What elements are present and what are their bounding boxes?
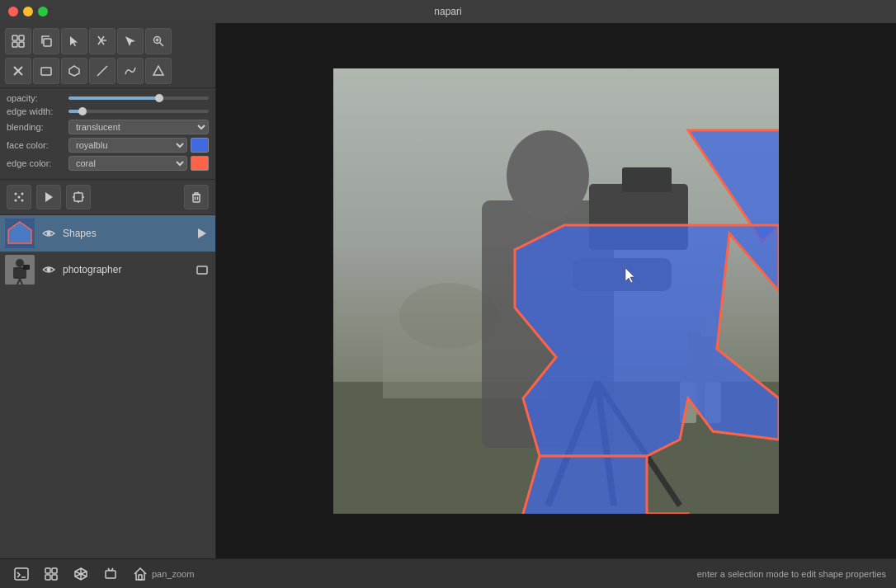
svg-marker-29 xyxy=(8,222,31,243)
title-bar: napari xyxy=(0,0,896,23)
svg-rect-1 xyxy=(19,35,24,40)
arrow-tool-button[interactable] xyxy=(117,28,144,54)
path-tool-button[interactable] xyxy=(117,58,144,84)
points-tool-button[interactable] xyxy=(7,185,31,209)
shapes-thumbnail xyxy=(5,219,35,248)
status-left: pan_zoom xyxy=(152,569,194,579)
bottom-tools xyxy=(10,562,152,586)
window-controls xyxy=(8,7,48,16)
delete-layer-button[interactable] xyxy=(184,185,209,209)
svg-rect-64 xyxy=(52,568,57,573)
face-color-swatch[interactable] xyxy=(191,138,209,153)
opacity-slider[interactable] xyxy=(68,96,209,100)
edge-color-row: edge color: coral red white black xyxy=(7,156,209,171)
copy-tool-button[interactable] xyxy=(33,28,59,54)
home-button[interactable] xyxy=(129,562,152,586)
svg-rect-3 xyxy=(19,42,24,47)
svg-point-46 xyxy=(507,130,589,221)
svg-rect-65 xyxy=(45,575,50,580)
left-panel: opacity: edge width: xyxy=(0,23,216,558)
opacity-row: opacity: xyxy=(7,93,209,103)
svg-rect-39 xyxy=(197,266,207,274)
svg-point-17 xyxy=(15,200,17,202)
shapes-visibility-toggle[interactable] xyxy=(40,224,58,242)
minimize-button[interactable] xyxy=(23,7,33,16)
layer-list: Shapes xyxy=(0,214,215,558)
layer-tools xyxy=(0,179,215,214)
photographer-layer-name: photographer xyxy=(63,264,189,275)
svg-marker-12 xyxy=(69,66,79,76)
maximize-button[interactable] xyxy=(38,7,48,16)
plugin-button[interactable] xyxy=(40,562,63,586)
face-color-row: face color: royalblu red green blue xyxy=(7,138,209,153)
photographer-thumbnail xyxy=(5,255,35,285)
layer-item-photographer[interactable]: photographer xyxy=(0,252,215,288)
play-tool-button[interactable] xyxy=(36,185,61,209)
cut-tool-button[interactable] xyxy=(89,28,116,54)
edge-color-select[interactable]: coral red white black xyxy=(68,156,187,171)
opacity-label: opacity: xyxy=(7,93,68,103)
svg-rect-4 xyxy=(44,39,51,46)
status-right: enter a selection mode to edit shape pro… xyxy=(697,569,886,579)
svg-rect-70 xyxy=(139,575,142,580)
zoom-tool-button[interactable] xyxy=(145,28,172,54)
face-color-select[interactable]: royalblu red green blue xyxy=(68,138,187,153)
face-color-label: face color: xyxy=(7,140,68,150)
line-tool-button[interactable] xyxy=(89,58,116,84)
select-tool-button[interactable] xyxy=(61,28,87,54)
edge-width-row: edge width: xyxy=(7,106,209,116)
bottom-bar: pan_zoom enter a selection mode to edit … xyxy=(0,558,896,588)
svg-rect-48 xyxy=(622,167,672,192)
svg-point-19 xyxy=(18,196,21,199)
svg-point-16 xyxy=(21,193,24,195)
image-canvas xyxy=(333,68,779,514)
edge-width-slider[interactable] xyxy=(68,110,209,113)
shapes-mode-icon xyxy=(194,225,210,242)
svg-rect-26 xyxy=(193,195,200,202)
terminal-button[interactable] xyxy=(10,562,33,586)
app-title: napari xyxy=(434,6,461,17)
edge-color-swatch[interactable] xyxy=(191,156,209,171)
svg-marker-20 xyxy=(45,192,53,202)
edge-color-label: edge color: xyxy=(7,158,68,168)
main-layout: opacity: edge width: xyxy=(0,23,896,558)
3d-button[interactable] xyxy=(69,562,92,586)
svg-point-15 xyxy=(15,193,17,195)
canvas-area[interactable] xyxy=(216,23,896,558)
grid-tool-button[interactable] xyxy=(5,28,31,54)
photographer-visibility-toggle[interactable] xyxy=(40,261,58,279)
properties-section: opacity: edge width: xyxy=(0,87,215,179)
toolbar-row-1 xyxy=(0,23,215,56)
svg-rect-11 xyxy=(41,68,51,75)
svg-point-30 xyxy=(47,232,51,236)
svg-rect-35 xyxy=(23,265,30,270)
select-mode-button[interactable] xyxy=(66,185,91,209)
close-tool-button[interactable] xyxy=(5,58,31,84)
svg-rect-63 xyxy=(45,568,50,573)
svg-rect-21 xyxy=(74,193,83,201)
svg-line-13 xyxy=(97,66,107,76)
shapes-layer-name: Shapes xyxy=(63,228,189,239)
blending-label: blending: xyxy=(7,122,68,132)
polygon-tool-button[interactable] xyxy=(61,58,87,84)
svg-rect-66 xyxy=(52,575,57,580)
svg-marker-31 xyxy=(198,228,206,238)
edge-width-label: edge width: xyxy=(7,106,68,116)
svg-rect-0 xyxy=(12,35,17,40)
svg-point-33 xyxy=(16,259,24,267)
svg-rect-67 xyxy=(106,571,116,578)
svg-point-18 xyxy=(21,200,24,202)
rect-tool-button[interactable] xyxy=(33,58,59,84)
photographer-mode-icon xyxy=(194,261,210,278)
svg-marker-14 xyxy=(153,66,163,75)
svg-line-6 xyxy=(160,43,164,47)
layer-item-shapes[interactable]: Shapes xyxy=(0,215,215,252)
blending-row: blending: translucent opaque additive xyxy=(7,120,209,134)
blending-select[interactable]: translucent opaque additive xyxy=(68,120,209,134)
triangle-tool-button[interactable] xyxy=(145,58,172,84)
close-button[interactable] xyxy=(8,7,18,16)
svg-point-38 xyxy=(47,268,51,272)
svg-rect-61 xyxy=(15,568,28,580)
svg-rect-2 xyxy=(12,42,17,47)
square-button[interactable] xyxy=(99,562,122,586)
